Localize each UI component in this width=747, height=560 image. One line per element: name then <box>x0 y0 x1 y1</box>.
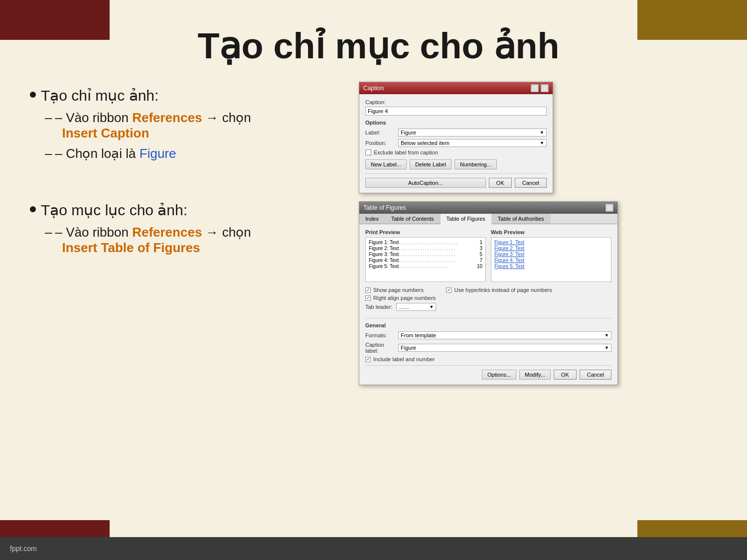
caption-dialog-body: Caption: Figure 4 Options Label: Figure … <box>359 94 553 193</box>
caption-dialog-titlebar-buttons: ? x <box>531 84 549 92</box>
tof-dialog-titlebar-buttons: x <box>605 204 613 212</box>
print-line-2: Figure 2: Text........................3 <box>369 246 482 251</box>
main-content: Tạo chỉ mục cho ảnh Tạo chỉ mục ảnh: – –… <box>0 0 747 560</box>
bullet-main-2-text: Tạo mục lục cho ảnh: <box>41 201 187 219</box>
tof-options-btn[interactable]: Options... <box>482 370 516 380</box>
use-hyperlinks-checkbox[interactable] <box>446 287 451 293</box>
web-link-4[interactable]: Figure 4: Text <box>494 258 608 263</box>
numbering-btn[interactable]: Numbering... <box>454 159 497 169</box>
show-page-numbers-row: Show page numbers <box>365 287 436 293</box>
tof-body: Print Preview Figure 1: Text............… <box>359 224 617 385</box>
web-preview-col: Web Preview Figure 1: Text Figure 2: Tex… <box>491 229 611 282</box>
caption-label-row: Caption label: Figure ▼ <box>365 342 611 354</box>
tof-cancel-btn[interactable]: Cancel <box>580 370 611 380</box>
exclude-label: Exclude label from caption <box>374 149 438 155</box>
tab-leader-row: Tab leader: ....... ▼ <box>365 303 436 311</box>
tof-dialog: Table of Figures x Index Table of Conten… <box>359 201 618 385</box>
sub-items-1: – – Vào ribbon References → chọn Insert … <box>45 110 339 161</box>
caption-dialog-help-btn[interactable]: ? <box>531 84 539 92</box>
bullet-section-1: Tạo chỉ mục ảnh: – – Vào ribbon Referenc… <box>30 87 339 161</box>
ok-cancel-buttons: OK Cancel <box>489 178 547 188</box>
delete-label-btn[interactable]: Delete Label <box>410 159 451 169</box>
tof-tabs: Index Table of Contents Table of Figures… <box>359 214 617 224</box>
caption-dialog: Caption ? x Caption: Figure 4 Options La… <box>359 82 553 193</box>
web-preview-box: Figure 1: Text Figure 2: Text Figure 3: … <box>491 237 611 282</box>
print-line-4: Figure 4: Text........................7 <box>369 258 482 263</box>
sub-item-1-2-text: – Chọn loại là Figure <box>55 146 176 161</box>
exclude-label-row: Exclude label from caption <box>365 149 547 155</box>
slide-title: Tạo chỉ mục cho ảnh <box>30 25 727 67</box>
formats-select[interactable]: From template ▼ <box>398 331 611 339</box>
sub-item-1-1: – – Vào ribbon References → chọn Insert … <box>45 110 339 141</box>
tab-toc[interactable]: Table of Contents <box>385 214 441 224</box>
sub-items-2: – – Vào ribbon References → chọn Insert … <box>45 225 339 256</box>
left-column: Tạo chỉ mục ảnh: – – Vào ribbon Referenc… <box>30 82 339 530</box>
caption-bottom-row: AutoCaption... OK Cancel <box>365 173 547 188</box>
bullet-main-1-text: Tạo chỉ mục ảnh: <box>41 87 158 104</box>
caption-dialog-close-btn[interactable]: x <box>541 84 549 92</box>
web-link-1[interactable]: Figure 1: Text <box>494 240 608 245</box>
tof-bottom-row: Options... Modify... OK Cancel <box>365 365 611 380</box>
web-link-5[interactable]: Figure 5: Text <box>494 264 608 269</box>
caption-label-select[interactable]: Figure ▼ <box>398 344 611 352</box>
print-preview-col: Print Preview Figure 1: Text............… <box>365 229 486 282</box>
bullet-main-2: Tạo mục lục cho ảnh: <box>30 201 339 219</box>
tab-toa[interactable]: Table of Authorities <box>492 214 551 224</box>
caption-label-label: Caption label: <box>365 342 394 354</box>
formats-select-arrow: ▼ <box>604 333 609 338</box>
sub-item-1-1-text: – Vào ribbon References → chọn Insert Ca… <box>55 110 251 141</box>
label-buttons-row: New Label... Delete Label Numbering... <box>365 159 547 169</box>
position-select[interactable]: Below selected item ▼ <box>398 139 547 147</box>
web-preview-label: Web Preview <box>491 229 611 235</box>
bullet-main-1: Tạo chỉ mục ảnh: <box>30 87 339 104</box>
print-line-1: Figure 1: Text.........................1 <box>369 240 482 245</box>
label-row: Label: Figure ▼ <box>365 129 547 137</box>
tab-index[interactable]: Index <box>359 214 385 224</box>
caption-dialog-titlebar: Caption ? x <box>359 82 553 94</box>
autocaption-btn[interactable]: AutoCaption... <box>365 178 486 188</box>
formats-label: Formats: <box>365 332 394 338</box>
right-align-checkbox[interactable] <box>365 295 371 301</box>
tof-dialog-titlebar: Table of Figures x <box>359 202 617 214</box>
sub-item-2-1-text: – Vào ribbon References → chọn Insert Ta… <box>55 225 251 256</box>
print-line-5: Figure 5: Text.....................10 <box>369 264 482 269</box>
dash-3: – <box>45 225 52 240</box>
dash-2: – <box>45 146 52 161</box>
bullet-section-2: Tạo mục lục cho ảnh: – – Vào ribbon Refe… <box>30 201 339 256</box>
tab-tof[interactable]: Table of Figures <box>441 214 492 224</box>
content-area: Tạo chỉ mục ảnh: – – Vào ribbon Referenc… <box>30 82 727 530</box>
caption-dialog-title: Caption <box>363 85 384 92</box>
tab-leader-select[interactable]: ....... ▼ <box>396 303 436 311</box>
use-hyperlinks-label: Use hyperlinks instead of page numbers <box>454 287 552 293</box>
exclude-checkbox[interactable] <box>365 149 371 155</box>
label-select[interactable]: Figure ▼ <box>398 129 547 137</box>
formats-row: Formats: From template ▼ <box>365 331 611 339</box>
general-label: General <box>365 322 611 328</box>
new-label-btn[interactable]: New Label... <box>365 159 407 169</box>
include-label-checkbox[interactable] <box>365 357 371 362</box>
tof-preview-row: Print Preview Figure 1: Text............… <box>365 229 611 282</box>
caption-label-select-arrow: ▼ <box>604 345 609 350</box>
caption-input[interactable]: Figure 4 <box>365 107 547 116</box>
caption-cancel-btn[interactable]: Cancel <box>515 178 547 188</box>
position-select-arrow: ▼ <box>540 140 544 145</box>
sub-item-2-1: – – Vào ribbon References → chọn Insert … <box>45 225 339 256</box>
right-align-label: Right align page numbers <box>373 295 436 301</box>
include-label-text: Include label and number <box>373 356 435 362</box>
position-field: Position: <box>365 140 394 146</box>
tof-options-right: Use hyperlinks instead of page numbers <box>446 287 552 315</box>
right-align-row: Right align page numbers <box>365 295 436 301</box>
dash-1: – <box>45 110 52 126</box>
tof-dialog-close-btn[interactable]: x <box>605 204 613 212</box>
tof-ok-btn[interactable]: OK <box>554 370 577 380</box>
print-preview-label: Print Preview <box>365 229 486 235</box>
caption-ok-btn[interactable]: OK <box>489 178 512 188</box>
position-row: Position: Below selected item ▼ <box>365 139 547 147</box>
web-link-2[interactable]: Figure 2: Text <box>494 246 608 251</box>
web-link-3[interactable]: Figure 3: Text <box>494 252 608 257</box>
include-label-row: Include label and number <box>365 356 611 362</box>
label-field: Label: <box>365 130 394 136</box>
tof-modify-btn[interactable]: Modify... <box>519 370 551 380</box>
show-page-numbers-checkbox[interactable] <box>365 287 371 293</box>
print-preview-box: Figure 1: Text.........................1… <box>365 237 486 282</box>
